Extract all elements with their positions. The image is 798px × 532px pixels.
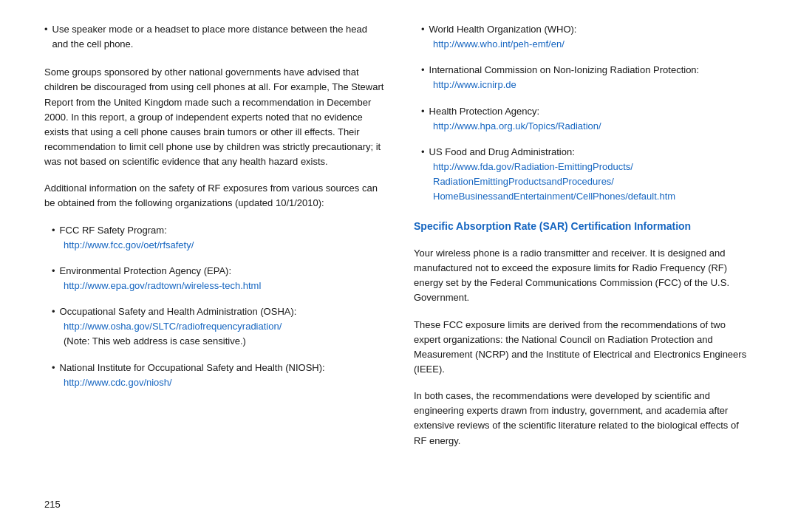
top-bullet-headset: • Use speaker mode or a headset to place… xyxy=(44,22,384,52)
bullet-dot-hpa: • xyxy=(421,104,425,119)
bullet-dot-icnirp: • xyxy=(421,63,425,78)
bullet-icnirp: • International Commission on Non-Ionizi… xyxy=(414,63,754,92)
bullet-fcc: • FCC RF Safety Program: http://www.fcc.… xyxy=(44,223,384,253)
link-fcc[interactable]: http://www.fcc.gov/oet/rfsafety/ xyxy=(52,238,384,253)
section-heading-sar: Specific Absorption Rate (SAR) Certifica… xyxy=(414,219,754,234)
note-osha: (Note: This web address is case sensitiv… xyxy=(52,334,384,349)
bullet-dot-fda: • xyxy=(421,145,425,160)
bullet-epa: • Environmental Protection Agency (EPA):… xyxy=(44,264,384,293)
bullet-dot-fcc: • xyxy=(52,223,55,238)
paragraph-sar-1: Your wireless phone is a radio transmitt… xyxy=(414,246,754,306)
link-icnirp[interactable]: http://www.icnirp.de xyxy=(421,78,754,92)
bullet-osha: • Occupational Safety and Health Adminis… xyxy=(44,304,384,349)
link-who[interactable]: http://www.who.int/peh-emf/en/ xyxy=(421,37,754,52)
page: • Use speaker mode or a headset to place… xyxy=(0,0,798,532)
page-number: 215 xyxy=(44,499,754,510)
bullet-dot-who: • xyxy=(421,22,425,37)
bullet-label-icnirp: International Commission on Non-Ionizing… xyxy=(429,63,700,78)
paragraph-national-governments: Some groups sponsored by other national … xyxy=(44,65,384,169)
bullet-dot-niosh: • xyxy=(52,361,55,375)
paragraph-sar-3: In both cases, the recommendations were … xyxy=(414,389,754,449)
bullet-label-epa: Environmental Protection Agency (EPA): xyxy=(60,264,231,279)
link-fda-line3[interactable]: HomeBusinessandEntertainment/CellPhones/… xyxy=(421,189,754,204)
link-niosh[interactable]: http://www.cdc.gov/niosh/ xyxy=(52,375,384,390)
paragraph-sar-2: These FCC exposure limits are derived fr… xyxy=(414,318,754,378)
link-hpa[interactable]: http://www.hpa.org.uk/Topics/Radiation/ xyxy=(421,119,754,134)
bullet-label-osha: Occupational Safety and Health Administr… xyxy=(60,304,297,319)
bullet-dot-osha: • xyxy=(52,304,55,319)
link-epa[interactable]: http://www.epa.gov/radtown/wireless-tech… xyxy=(52,279,384,293)
top-bullet-text: Use speaker mode or a headset to place m… xyxy=(52,22,384,52)
bullet-who: • World Health Organization (WHO): http:… xyxy=(414,22,754,52)
bullet-niosh: • National Institute for Occupational Sa… xyxy=(44,361,384,390)
bullet-dot: • xyxy=(44,22,48,37)
bullet-label-niosh: National Institute for Occupational Safe… xyxy=(60,361,325,375)
right-column: • World Health Organization (WHO): http:… xyxy=(414,22,754,491)
left-column: • Use speaker mode or a headset to place… xyxy=(44,22,384,491)
bullet-label-fda: US Food and Drug Administration: xyxy=(429,145,575,160)
bullet-label-hpa: Health Protection Agency: xyxy=(429,104,540,119)
bullet-dot-epa: • xyxy=(52,264,55,279)
link-fda-line2[interactable]: RadiationEmittingProductsandProcedures/ xyxy=(421,174,754,189)
content-area: • Use speaker mode or a headset to place… xyxy=(44,22,754,491)
bullet-hpa: • Health Protection Agency: http://www.h… xyxy=(414,104,754,134)
link-osha[interactable]: http://www.osha.gov/SLTC/radiofrequencyr… xyxy=(52,319,384,334)
paragraph-additional-info: Additional information on the safety of … xyxy=(44,181,384,211)
link-fda-line1[interactable]: http://www.fda.gov/Radiation-EmittingPro… xyxy=(421,160,754,174)
bullet-fda: • US Food and Drug Administration: http:… xyxy=(414,145,754,205)
bullet-label-fcc: FCC RF Safety Program: xyxy=(60,223,167,238)
bullet-label-who: World Health Organization (WHO): xyxy=(429,22,577,37)
